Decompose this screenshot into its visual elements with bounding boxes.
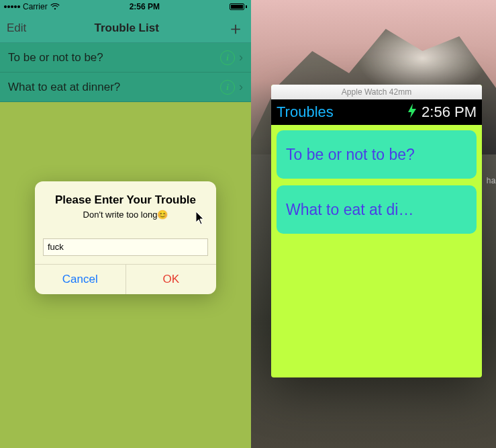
alert-dialog: Please Enter Your Trouble Don't write to… [35,181,216,294]
apple-watch-window: Apple Watch 42mm Troubles 2:56 PM To be … [271,85,482,377]
macos-desktop: ha Apple Watch 42mm Troubles 2:56 PM To … [251,0,496,448]
list-item[interactable]: To be or not to be? [277,130,477,179]
watch-list[interactable]: To be or not to be? What to eat at di… [271,125,482,239]
list-item-label: What to eat at di… [286,201,413,219]
cancel-button[interactable]: Cancel [35,265,126,294]
ok-button[interactable]: OK [126,265,217,294]
list-item[interactable]: What to eat at di… [277,185,477,234]
watch-app-title: Troubles [277,103,334,121]
iphone-simulator: Carrier 2:56 PM Edit Trouble List ＋ To b… [0,0,251,448]
alert-container: Please Enter Your Trouble Don't write to… [0,0,251,448]
watch-window-title: Apple Watch 42mm [271,85,482,99]
edge-label: ha [487,176,496,185]
list-item-label: To be or not to be? [286,146,415,164]
watch-status-bar: Troubles 2:56 PM [271,99,482,125]
watch-time: 2:56 PM [421,103,477,121]
mouse-cursor-icon [196,212,205,225]
alert-title: Please Enter Your Trouble [46,193,205,207]
charging-bolt-icon [407,103,417,122]
alert-text-input[interactable] [43,238,208,256]
alert-message: Don't write too long😊 [46,210,205,220]
